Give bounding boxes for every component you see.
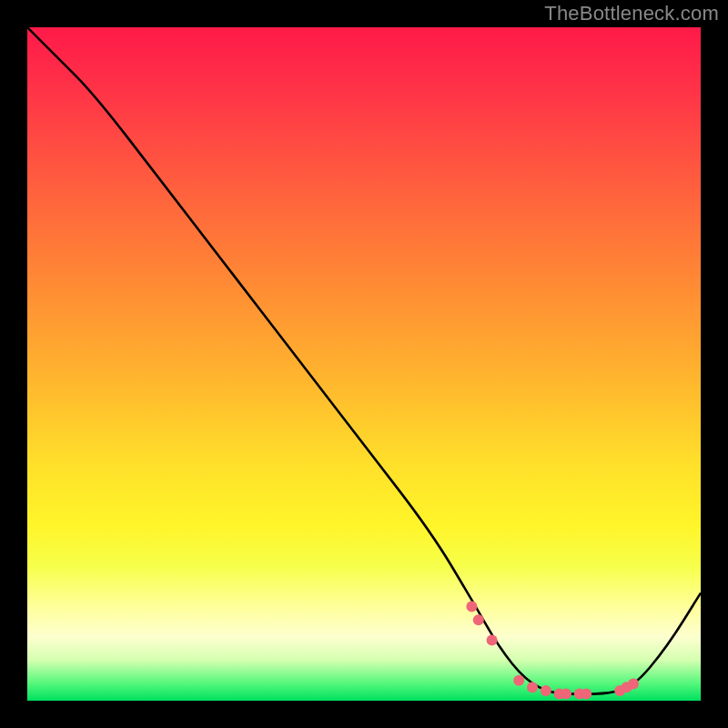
data-dot [473, 614, 484, 625]
watermark-text: TheBottleneck.com [544, 2, 719, 25]
plot-area [27, 27, 701, 701]
data-dot [541, 685, 551, 696]
data-dot [628, 679, 639, 690]
data-dot [487, 634, 498, 645]
data-dot [561, 689, 571, 700]
curve-path [27, 27, 701, 694]
data-dot [466, 601, 477, 612]
data-dot [527, 682, 538, 693]
data-dot [581, 689, 592, 700]
chart-svg [27, 27, 701, 701]
dots-group [466, 601, 639, 699]
data-dot [513, 675, 524, 686]
chart-frame: TheBottleneck.com [0, 0, 728, 728]
